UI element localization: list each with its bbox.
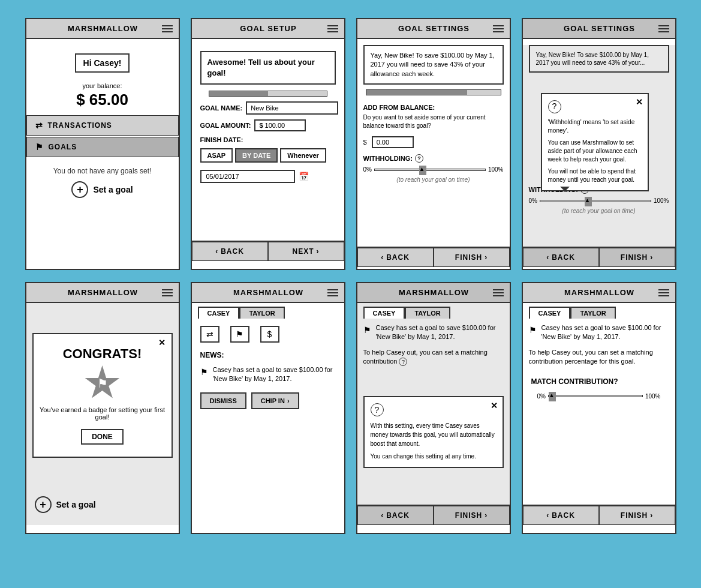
congrats-close-button[interactable]: ✕ [158, 338, 166, 347]
whenever-btn[interactable]: Whenever [280, 148, 326, 163]
screen4-finish-button[interactable]: FINISH › [599, 248, 675, 267]
goal-name-input[interactable] [246, 101, 338, 115]
screen5-hamburger[interactable] [162, 289, 173, 296]
slider-track[interactable]: ▲ [374, 169, 486, 171]
screen-congrats: MARSHMALLOW ✕ CONGRATS! ⚑ You've earned … [25, 282, 180, 534]
screen7-header: MARSHMALLOW [357, 283, 510, 303]
transactions-nav-item[interactable]: ⇄ TRANSACTIONS [26, 115, 179, 136]
next-arrow: › [317, 247, 320, 256]
awesome-message: Awesome! Tell us about your goal! [200, 51, 336, 85]
dollar-sign: $ [259, 122, 263, 129]
chip-in-button[interactable]: CHIP IN › [251, 392, 299, 409]
set-goal-button[interactable]: + Set a goal [71, 181, 133, 198]
transactions-icon-btn[interactable]: ⇄ [200, 326, 219, 343]
screen1-body: Hi Casey! your balance: $ 65.00 ⇄ TRANSA… [26, 39, 179, 237]
balance-currency: $ [363, 139, 367, 146]
hamburger-menu-icon[interactable] [162, 25, 173, 32]
screen4-slider-track[interactable]: ▲ [540, 200, 651, 202]
screen7-hamburger[interactable] [493, 289, 504, 296]
screen8-taylor-tab[interactable]: TAYLOR [570, 307, 615, 319]
withholding-help-icon[interactable]: ? [415, 154, 423, 163]
dismiss-button[interactable]: DISMISS [200, 392, 246, 409]
screen8-slider-track[interactable]: ▲ [548, 395, 643, 397]
screen5-set-goal-label: Set a goal [56, 500, 96, 509]
badge-flag-icon: ⚑ [97, 376, 108, 391]
screen5-header: MARSHMALLOW [26, 283, 179, 303]
screen2-nav-buttons: ‹ BACK NEXT › [192, 241, 344, 261]
progress-bar [209, 91, 327, 97]
screen7-taylor-tab[interactable]: TAYLOR [405, 307, 450, 319]
tooltip-text-2: You can use Marshmallow to set aside par… [548, 139, 642, 164]
badge-starburst-icon: ⚑ [85, 365, 121, 401]
calendar-icon[interactable]: 📅 [299, 172, 309, 181]
screen8-slider-thumb[interactable]: ▲ [549, 392, 556, 401]
goal-amount-input[interactable] [265, 122, 301, 129]
asap-btn[interactable]: ASAP [200, 148, 233, 163]
congrats-subtitle: You've earned a badge for setting your f… [40, 406, 166, 421]
casey-tab[interactable]: CASEY [198, 307, 240, 319]
screen7-back-button[interactable]: ‹ BACK [357, 506, 434, 525]
screen4-message: Yay, New Bike! To save $100.00 by May 1,… [529, 45, 669, 73]
screen8-hamburger[interactable] [658, 289, 669, 296]
taylor-tab[interactable]: TAYLOR [239, 307, 284, 319]
screen7-news-icon: ⚑ [363, 325, 371, 337]
match-tooltip-close[interactable]: ✕ [491, 400, 498, 412]
row-2: MARSHMALLOW ✕ CONGRATS! ⚑ You've earned … [25, 282, 676, 534]
screen8-finish-button[interactable]: FINISH › [599, 506, 675, 525]
screen8-body: CASEY TAYLOR ⚑ Casey has set a goal to s… [523, 303, 675, 525]
dollar-icon-btn[interactable]: $ [260, 326, 279, 343]
screen8-header: MARSHMALLOW [523, 283, 675, 303]
date-input[interactable] [200, 170, 295, 183]
next-button[interactable]: NEXT › [268, 242, 344, 261]
screen5-title: MARSHMALLOW [44, 288, 162, 297]
screen3-back-button[interactable]: ‹ BACK [357, 248, 434, 267]
screen4-back-button[interactable]: ‹ BACK [523, 248, 599, 267]
balance-input[interactable] [377, 139, 413, 146]
screen8-title: MARSHMALLOW [541, 288, 658, 297]
done-button[interactable]: DONE [81, 429, 124, 445]
screen7-help-text: To help Casey out, you can set a matchin… [357, 347, 510, 370]
screen5-set-goal: + Set a goal [35, 493, 96, 517]
screen-marshmallow-home: MARSHMALLOW Hi Casey! your balance: $ 65… [25, 18, 180, 270]
screen3-hamburger[interactable] [493, 25, 504, 32]
add-balance-question: Do you want to set aside some of your cu… [357, 112, 510, 134]
screen2-hamburger[interactable] [327, 25, 338, 32]
screen4-hamburger[interactable] [658, 25, 669, 32]
withholding-slider: 0% ▲ 100% [357, 164, 510, 175]
screen7-casey-tab[interactable]: CASEY [363, 307, 405, 319]
withholding-label-row: WITHHOLDING: ? [357, 151, 510, 164]
screen5-set-goal-button[interactable]: + Set a goal [35, 496, 96, 513]
screen7-help-icon[interactable]: ? [399, 358, 407, 366]
screen5-plus-icon: + [35, 496, 52, 513]
screen4-slider-thumb[interactable]: ▲ [585, 197, 592, 206]
screen3-title: GOAL SETTINGS [375, 24, 493, 33]
news-flag-icon: ⚑ [200, 367, 208, 379]
screen4-slider: 0% ▲ 100% [523, 195, 675, 206]
screen8-news-icon: ⚑ [529, 325, 537, 337]
screen1-header: MARSHMALLOW [26, 19, 179, 39]
screen7-news-text: Casey has set a goal to save $100.00 for… [376, 323, 504, 342]
screen4-slider-max: 100% [654, 197, 669, 204]
screen7-nav-buttons: ‹ BACK FINISH › [357, 505, 510, 525]
screen8-back-button[interactable]: ‹ BACK [523, 506, 599, 525]
screen8-casey-tab[interactable]: CASEY [529, 307, 571, 319]
finish-date-row: FINISH DATE: [200, 136, 336, 143]
plus-circle-icon: + [71, 181, 88, 198]
screen8-slider-max: 100% [645, 393, 661, 400]
back-button[interactable]: ‹ BACK [192, 242, 268, 261]
slider-thumb[interactable]: ▲ [419, 166, 426, 175]
screen7-finish-button[interactable]: FINISH › [434, 506, 510, 525]
goals-label: GOALS [49, 143, 77, 151]
tooltip-close-button[interactable]: ✕ [636, 97, 643, 109]
slider-min-label: 0% [363, 166, 372, 173]
goals-icon-btn[interactable]: ⚑ [230, 326, 249, 343]
add-balance-input-row: $ [357, 134, 510, 151]
screen-marshmallow-news: MARSHMALLOW CASEY TAYLOR ⇄ ⚑ $ NEWS: ⚑ C… [191, 282, 345, 534]
screen6-hamburger[interactable] [327, 289, 338, 296]
news-section-label: NEWS: [192, 350, 344, 363]
goals-nav-item[interactable]: ⚑ GOALS [26, 137, 179, 157]
by-date-btn[interactable]: BY DATE [235, 148, 278, 163]
screen8-news-text: Casey has set a goal to save $100.00 for… [541, 323, 669, 342]
screen3-finish-button[interactable]: FINISH › [434, 248, 510, 267]
screen4-slider-min: 0% [529, 197, 537, 204]
